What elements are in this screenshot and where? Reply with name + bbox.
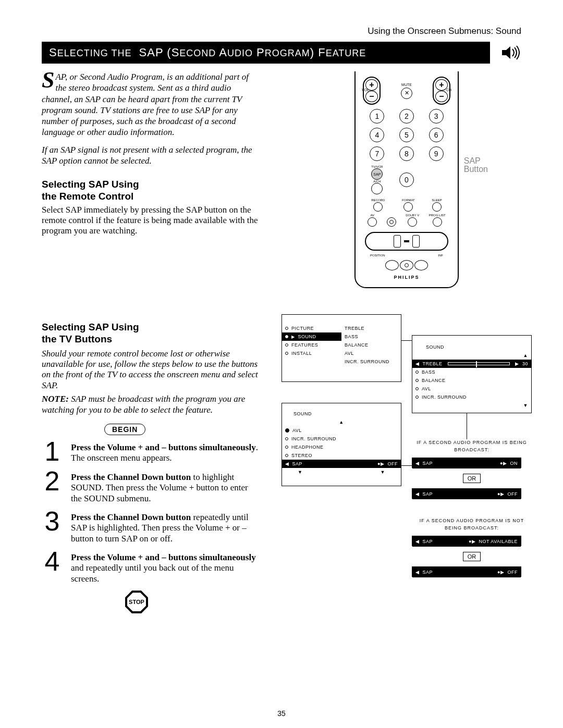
transport-base — [365, 232, 448, 251]
breadcrumb: Using the Onscreen Submenus: Sound — [42, 26, 521, 36]
tv-heading: Selecting SAP Usingthe TV Buttons — [42, 322, 261, 346]
intro-paragraph: SAP, or Second Audio Program, is an addi… — [42, 71, 261, 138]
key-5[interactable]: 5 — [399, 128, 414, 142]
intro-paragraph-2: If an SAP signal is not present with a s… — [42, 144, 261, 167]
or-label-2: OR — [463, 552, 481, 561]
page-title: SELECTING THE SAP (SECOND AUDIO PROGRAM)… — [42, 42, 490, 64]
osd-main: PICTURE ▶SOUND FEATURES INSTALL TREBLE B… — [282, 314, 401, 382]
pad-left[interactable] — [394, 235, 401, 248]
step-number: 1 — [42, 440, 63, 462]
pos-mid[interactable] — [400, 260, 413, 270]
broadcast-yes: IF A SECOND AUDIO PROGRAM IS BEING BROAD… — [412, 439, 532, 499]
begin-badge: BEGIN — [104, 424, 145, 435]
record-button[interactable] — [373, 202, 383, 212]
osd-treble: SOUND ▲ ◀TREBLE▶30 BASS BALANCE AVL INCR… — [412, 335, 532, 413]
ch-label: CH — [446, 88, 451, 92]
title-text: SELECTING THE SAP (SECOND AUDIO PROGRAM)… — [49, 46, 366, 59]
key-1[interactable]: 1 — [370, 109, 384, 124]
step-2: 2 Press the Channel Down button to highl… — [42, 470, 261, 504]
sap-button-hi[interactable]: SAP — [371, 168, 383, 180]
step-number: 4 — [42, 550, 63, 572]
page-number: 35 — [0, 709, 563, 718]
pos-left[interactable] — [385, 260, 399, 270]
step-4: 4 Press the Volume + and – buttons simul… — [42, 550, 261, 584]
sap-callout: SAPButton — [464, 157, 488, 174]
sleep-label: SLEEP — [432, 199, 442, 202]
key-3[interactable]: 3 — [429, 109, 444, 124]
key-6[interactable]: 6 — [429, 128, 444, 142]
mute-label: MUTE — [401, 83, 412, 87]
pos-right[interactable] — [414, 260, 428, 270]
format-button[interactable] — [403, 202, 413, 212]
key-2[interactable]: 2 — [399, 109, 414, 124]
remote-body: Select SAP immediately by pressing the S… — [42, 205, 261, 237]
vol-label: VOL — [362, 88, 369, 92]
step-3: 3 Press the Channel Down button repeated… — [42, 510, 261, 544]
step-number: 3 — [42, 510, 63, 532]
step-1: 1 Press the Volume + and – buttons simul… — [42, 440, 261, 464]
dropcap: S — [42, 71, 54, 89]
key-8[interactable]: 8 — [399, 146, 414, 161]
key-4[interactable]: 4 — [370, 128, 384, 142]
proglist-button[interactable] — [433, 217, 442, 227]
inf-label: INF — [438, 254, 443, 257]
brand-label: PHILIPS — [363, 275, 450, 280]
osd-diagrams: PICTURE ▶SOUND FEATURES INSTALL TREBLE B… — [282, 309, 521, 613]
av-button[interactable] — [368, 217, 377, 227]
key-0[interactable]: 0 — [399, 172, 414, 187]
record-label: RECORD — [371, 199, 385, 202]
tv-body: Should your remote control become lost o… — [42, 349, 261, 391]
key-9[interactable]: 9 — [429, 146, 444, 161]
remote-heading: Selecting SAP Usingthe Remote Control — [42, 179, 261, 203]
or-label: OR — [463, 474, 481, 483]
position-label: POSITION — [370, 254, 385, 257]
sound-icon — [500, 42, 521, 63]
mute-button[interactable]: ✕ — [401, 88, 412, 99]
intro-text: AP, or Second Audio Program, is an addit… — [42, 72, 249, 137]
pad-right[interactable] — [412, 235, 420, 248]
keypad: 1 2 3 4 5 6 7 8 9 TV/VCR SAP A/CH 0 — [367, 109, 446, 194]
key-7[interactable]: 7 — [370, 146, 384, 161]
format-label: FORMAT — [402, 199, 415, 202]
step-number: 2 — [42, 470, 63, 492]
av-label: AV — [368, 214, 377, 217]
sleep-button[interactable] — [432, 202, 442, 212]
tv-note: NOTE: SAP must be broadcast with the pro… — [42, 394, 261, 415]
dolby-button[interactable] — [408, 217, 417, 227]
stop-badge: STOP — [125, 590, 148, 613]
remote-control-diagram: VOL +− MUTE ✕ CH +− 1 2 3 4 5 6 7 8 9 — [354, 71, 459, 288]
osd-sound-sub: SOUND ▲ AVL INCR. SURROUND HEADPHONE STE… — [282, 403, 401, 486]
ach-button[interactable] — [371, 183, 383, 194]
proglist-label: PROG.LIST — [429, 214, 446, 217]
broadcast-no: IF A SECOND AUDIO PROGRAM IS NOT BEING B… — [412, 517, 532, 577]
dolby-label: DOLBY V — [406, 214, 419, 217]
center-button[interactable] — [387, 217, 396, 227]
